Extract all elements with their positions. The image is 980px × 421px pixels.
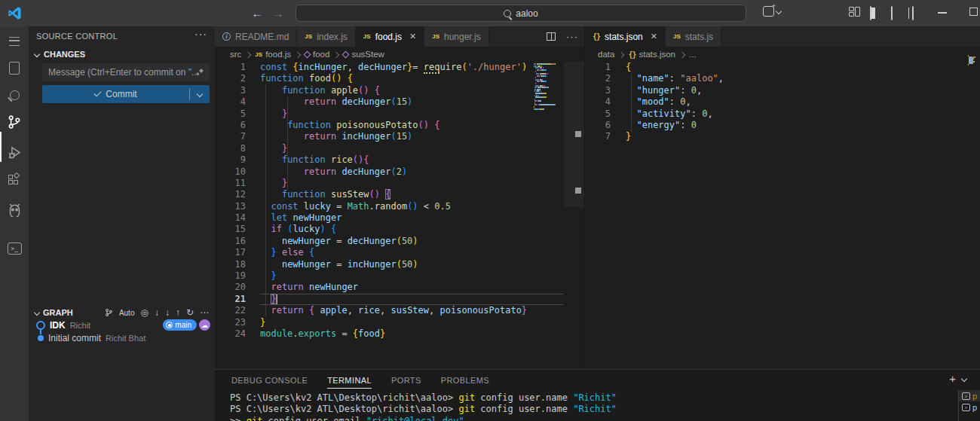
search-sidebar-icon[interactable] xyxy=(0,84,29,106)
terminal-box-icon[interactable]: >_ xyxy=(0,237,29,260)
branch-badge[interactable]: main xyxy=(163,319,197,331)
split-editor-icon[interactable] xyxy=(547,32,556,41)
line-number: 22 xyxy=(215,305,260,316)
tab-README.md[interactable]: iREADME.md xyxy=(215,26,297,47)
maximize-icon[interactable] xyxy=(969,8,978,16)
command-center-search[interactable]: aaloo xyxy=(296,5,746,22)
graph-row-branch[interactable]: IDK Richit main ☁ xyxy=(29,319,215,331)
vscode-logo xyxy=(8,6,22,20)
line-number: 20 xyxy=(215,282,260,293)
line-number: 14 xyxy=(215,212,260,224)
minimize-icon[interactable] xyxy=(938,12,947,14)
overview-ruler-mark xyxy=(575,188,581,194)
json-file-icon: {} xyxy=(593,32,600,41)
chevron-down-icon xyxy=(34,310,40,316)
breadcrumb-item[interactable]: JSfood.js xyxy=(255,50,291,59)
close-icon[interactable]: ✕ xyxy=(409,32,416,41)
cloud-icon[interactable]: ☁ xyxy=(199,319,210,331)
chevron-down-icon[interactable] xyxy=(961,376,967,382)
graph-row-commit[interactable]: Initial commit Richit Bhat xyxy=(29,331,215,344)
editor-area: iREADME.mdJSindex.jsJSfood.js✕JShunger.j… xyxy=(215,26,980,369)
breadcrumb-item[interactable]: food xyxy=(305,50,329,59)
tab-hunger.js[interactable]: JShunger.js xyxy=(424,26,489,47)
terminal-output[interactable]: PS C:\Users\kv2 ATL\Desktop\richit\aaloo… xyxy=(230,392,950,421)
line-number: 2 xyxy=(215,73,260,84)
tab-food.js[interactable]: JSfood.js✕ xyxy=(356,26,424,47)
code-editor-stats-json[interactable]: 1{2 "name": "aaloo",3 "hunger": 0,4 "moo… xyxy=(585,62,980,369)
new-terminal-icon[interactable]: + xyxy=(949,373,956,385)
panel-tab-ports[interactable]: PORTS xyxy=(391,374,421,389)
graph-header[interactable]: GRAPH Auto ◎ ↓ ↓ ↑ ↻ ⋯ xyxy=(29,307,215,319)
chevron-right-icon xyxy=(619,50,623,59)
chat-button[interactable] xyxy=(763,6,781,17)
breadcrumb-item[interactable]: src xyxy=(230,50,241,59)
auto-label[interactable]: Auto xyxy=(119,309,135,317)
extensions-icon[interactable] xyxy=(0,169,29,192)
check-icon xyxy=(94,90,102,97)
breadcrumb-item[interactable]: data xyxy=(598,50,614,59)
code-line-7: 7} xyxy=(585,131,980,142)
symbol-icon xyxy=(342,50,350,58)
target-icon[interactable]: ◎ xyxy=(140,307,148,318)
minimap[interactable] xyxy=(968,55,978,66)
more-icon[interactable]: ⋯ xyxy=(200,307,209,318)
menu-icon[interactable] xyxy=(0,30,29,53)
code-editor-food-js[interactable]: 1const {incHunger, decHunger}= require('… xyxy=(215,62,584,369)
commit-author: Richit xyxy=(70,321,91,330)
fetch-icon[interactable]: ↓ xyxy=(155,307,159,318)
terminal-tabs-list: >p>p xyxy=(958,390,980,421)
js-file-icon: JS xyxy=(305,33,312,40)
branch-badge-label: main xyxy=(175,321,191,329)
more-actions-icon[interactable]: ··· xyxy=(194,28,207,40)
source-control-icon[interactable] xyxy=(0,111,29,133)
code-line-22: 22 return { apple, rice, susStew, poison… xyxy=(215,305,584,316)
editor-more-icon[interactable]: ··· xyxy=(566,31,578,42)
copilot-icon[interactable] xyxy=(0,198,29,221)
terminal-list-item[interactable]: >p xyxy=(959,390,980,401)
chevron-down-icon xyxy=(197,91,203,97)
close-icon[interactable]: ✕ xyxy=(651,32,657,41)
line-number: 21 xyxy=(215,294,260,305)
breadcrumb[interactable]: data{}stats.json... xyxy=(585,47,980,62)
run-debug-icon[interactable] xyxy=(0,141,29,163)
commit-message-input[interactable]: Message (Ctrl+Enter to commit on "... xyxy=(42,63,210,81)
info-icon: i xyxy=(222,32,231,41)
tab-label: hunger.js xyxy=(444,32,481,42)
commit-button[interactable]: Commit xyxy=(42,85,210,103)
changes-section-header[interactable]: CHANGES xyxy=(35,50,85,59)
search-icon xyxy=(504,10,511,17)
sparkle-icon[interactable] xyxy=(196,69,204,76)
code-line-4: 4 "mood": 0, xyxy=(585,96,980,108)
code-line-5: 5 } xyxy=(215,108,584,120)
chevron-right-icon xyxy=(246,50,250,59)
tab-stats.json[interactable]: {}stats.json✕ xyxy=(585,26,666,47)
tab-stats.js[interactable]: JSstats.js xyxy=(666,26,721,47)
commit-dropdown[interactable] xyxy=(189,88,210,100)
back-arrow[interactable]: ← xyxy=(249,5,265,22)
push-icon[interactable]: ↑ xyxy=(176,307,180,318)
chevron-down-icon xyxy=(776,8,782,14)
breadcrumb-item[interactable]: ... xyxy=(689,50,697,59)
panel-tab-terminal[interactable]: TERMINAL xyxy=(327,374,372,389)
breadcrumb[interactable]: srcJSfood.jsfoodsusStew xyxy=(215,47,584,62)
code-line-17: 17 } else { xyxy=(215,247,584,258)
toggle-panel-icon[interactable] xyxy=(891,7,893,20)
line-number: 10 xyxy=(215,166,260,178)
titlebar: ← → aaloo xyxy=(0,0,980,26)
terminal-list-item[interactable]: >p xyxy=(959,401,980,413)
toggle-secondary-sidebar-icon[interactable] xyxy=(912,7,914,20)
tab-index.js[interactable]: JSindex.js xyxy=(297,26,355,47)
refresh-icon[interactable]: ↻ xyxy=(186,307,194,318)
breadcrumb-item[interactable]: {}stats.json xyxy=(628,50,675,59)
forward-arrow[interactable]: → xyxy=(270,5,286,22)
explorer-icon[interactable] xyxy=(0,56,29,79)
chevron-right-icon xyxy=(334,50,338,59)
pull-icon[interactable]: ↓ xyxy=(165,307,170,318)
branch-icon[interactable] xyxy=(105,308,113,317)
toggle-sidebar-icon[interactable] xyxy=(870,7,871,20)
panel-tab-problems[interactable]: PROBLEMS xyxy=(441,374,489,389)
panel-tab-debug-console[interactable]: DEBUG CONSOLE xyxy=(231,374,308,389)
line-number: 7 xyxy=(585,131,626,142)
breadcrumb-item[interactable]: susStew xyxy=(343,50,384,59)
line-number: 17 xyxy=(215,247,260,258)
